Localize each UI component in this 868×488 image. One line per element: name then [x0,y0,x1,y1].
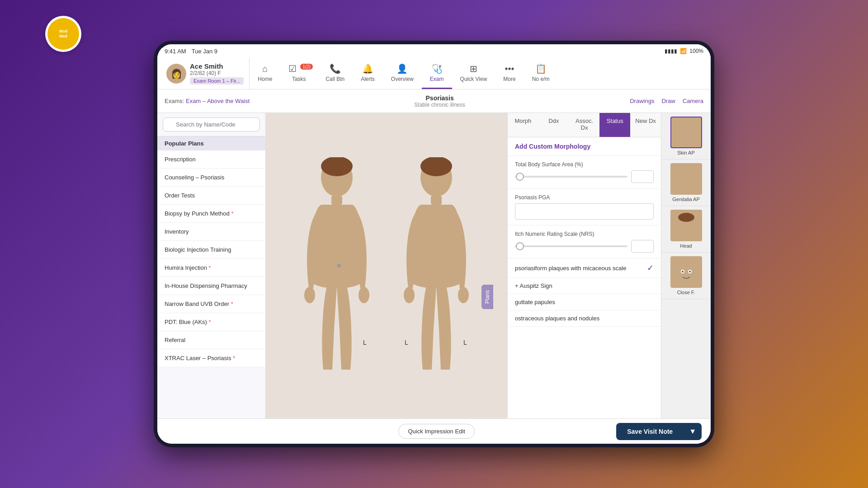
nav-call-label: Call Btn [326,76,344,82]
nav-tasks[interactable]: ☑1(2) Tasks [280,58,317,89]
draw-btn[interactable]: Draw [661,98,675,104]
skin-ap-item[interactable]: Skin AP [661,113,711,160]
body-front-figure[interactable]: L [296,157,377,374]
tbsa-label: Total Body Surface Area (%) [515,161,654,168]
morph-option-auspitz[interactable]: + Auspitz Sign [508,278,661,294]
svg-rect-16 [679,129,683,138]
tab-morph[interactable]: Morph [508,113,538,137]
genitalia-ap-figure [670,163,702,195]
plan-narrow-band[interactable]: Narrow Band UVB Order [157,295,265,313]
close-face-item[interactable]: Close F. [661,253,711,299]
plan-referral[interactable]: Referral [157,331,265,349]
room-badge: Exam Room 1 – Fir... [190,77,244,84]
patient-avatar: 👩 [166,64,186,84]
svg-rect-24 [679,175,683,184]
itch-label: Itch Numeric Rating Scale (NRS) [515,231,654,237]
nav-more[interactable]: ••• More [495,58,524,89]
save-visit-note-btn[interactable]: Save Visit Note [616,423,684,440]
svg-rect-25 [690,175,694,184]
plan-biopsy[interactable]: Biopsy by Punch Method [157,205,265,223]
modmed-logo: ModMed [45,16,81,52]
tbsa-value[interactable] [631,170,654,183]
head-item[interactable]: Head [661,206,711,253]
nav-exam[interactable]: 🩺 Exam [422,58,452,89]
tab-assoc-dx[interactable]: Assoc. Dx [569,113,600,137]
status-left: 9:41 AM Tue Jan 9 [165,48,217,55]
nav-overview[interactable]: 👤 Overview [383,58,422,89]
signal-icon: ▮▮▮▮ [665,48,677,54]
plan-xtrac[interactable]: XTRAC Laser – Psoriasis [157,349,265,367]
genitalia-ap-item[interactable]: Genitalia AP [661,160,711,206]
modmed-logo-area: ModMed [45,16,81,52]
top-nav: 👩 Ace Smith 2/2/82 (40) F Exam Room 1 – … [157,58,711,89]
nav-quick-view[interactable]: ⊞ Quick View [452,58,495,89]
plan-humira[interactable]: Humira Injection [157,259,265,277]
status-right: ▮▮▮▮ 📶 100% [665,48,703,54]
morph-option-guttate[interactable]: guttate papules [508,294,661,310]
nav-exam-label: Exam [430,76,444,82]
close-face-label: Close F. [665,290,707,295]
svg-point-34 [682,271,684,272]
plans-list: Prescription Counseling – Psoriasis Orde… [157,150,265,418]
nav-quick-view-label: Quick View [460,76,487,82]
svg-rect-23 [683,175,689,185]
svg-point-30 [682,230,691,237]
breadcrumb: Exams: Exam – Above the Waist [165,98,250,104]
plan-order-tests[interactable]: Order Tests [157,187,265,205]
svg-text:L: L [463,339,467,346]
drawings-btn[interactable]: Drawings [630,98,654,104]
plan-pdt-blue[interactable]: PDT: Blue (AKs) [157,313,265,331]
plans-vertical-tab[interactable]: Plans [481,285,493,309]
patient-info[interactable]: 👩 Ace Smith 2/2/82 (40) F Exam Room 1 – … [161,58,250,89]
itch-slider-thumb[interactable] [516,242,524,250]
plan-inventory[interactable]: Inventory [157,223,265,241]
main-content: 🔍 Popular Plans Prescription Counseling … [157,113,711,418]
breadcrumb-link[interactable]: Exam – Above the Waist [186,98,250,104]
morph-option-label: psoriasiform plaques with micaceous scal… [515,265,626,272]
plan-prescription[interactable]: Prescription [157,150,265,169]
svg-rect-21 [678,138,680,145]
svg-point-22 [682,165,691,174]
itch-slider[interactable] [515,245,627,247]
svg-rect-17 [690,129,694,138]
body-back-figure[interactable]: L L [396,157,477,374]
morph-option-ostraceous[interactable]: ostraceous plaques and nodules [508,310,661,327]
camera-btn[interactable]: Camera [683,98,703,104]
tab-ddx[interactable]: Ddx [538,113,569,137]
quick-impression-edit-btn[interactable]: Quick Impression Edit [398,424,474,439]
tbsa-slider[interactable] [515,176,627,178]
svg-point-31 [676,263,696,284]
nav-no-em[interactable]: 📋 No e/m [524,58,558,89]
save-dropdown-btn[interactable]: ▼ [684,423,702,440]
condition-title: Psoriasis [259,94,621,102]
center-panel[interactable]: Plans [266,113,507,418]
tab-new-dx[interactable]: New Dx [630,113,661,137]
add-custom-morphology-btn[interactable]: Add Custom Morphology [508,137,661,156]
svg-rect-19 [687,138,689,145]
search-input[interactable] [163,117,260,131]
tbsa-slider-thumb[interactable] [516,173,524,181]
secondary-actions: Drawings Draw Camera [630,98,703,104]
morph-option-psoriasiform[interactable]: psoriasiform plaques with micaceous scal… [508,258,661,278]
morphology-section: Add Custom Morphology Total Body Surface… [508,137,661,418]
skin-ap-figure [670,117,702,148]
plan-counseling-psoriasis[interactable]: Counseling – Psoriasis [157,169,265,187]
svg-point-8 [420,157,452,176]
nav-call-btn[interactable]: 📞 Call Btn [317,58,353,89]
svg-point-10 [404,287,415,303]
nav-tasks-label: Tasks [292,76,306,82]
pga-input[interactable] [515,203,654,220]
pga-section: Psoriasis PGA [508,189,661,225]
nav-alerts[interactable]: 🔔 Alerts [353,58,383,89]
svg-text:L: L [405,339,408,346]
plan-biologic-injection[interactable]: Biologic Injection Training [157,241,265,259]
svg-point-6 [337,264,341,267]
svg-rect-9 [431,196,442,205]
tbsa-section: Total Body Surface Area (%) [508,156,661,189]
tab-status[interactable]: Status [599,113,630,137]
patient-dob: 2/2/82 (40) F [190,70,244,76]
plan-in-house[interactable]: In-House Dispensing Pharmacy [157,277,265,295]
itch-value[interactable] [631,240,654,253]
nav-home[interactable]: ⌂ Home [250,58,280,89]
svg-point-14 [682,119,691,128]
